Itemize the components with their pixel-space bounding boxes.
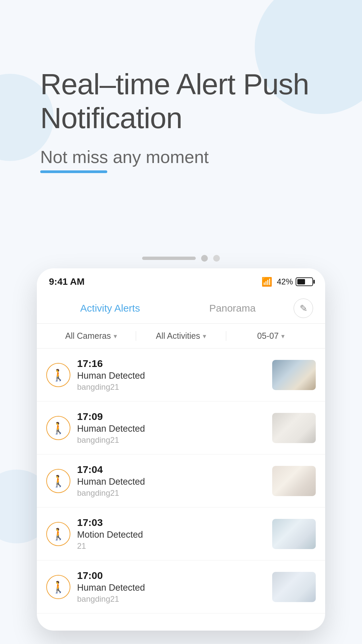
table-row[interactable]: 🚶 17:03 Motion Detected 21 (37, 507, 325, 560)
filter-activities-label: All Activities (156, 331, 200, 341)
battery-info: 42% (277, 277, 313, 286)
chevron-down-icon-3: ▾ (281, 332, 285, 340)
edit-button[interactable]: ✎ (294, 299, 313, 318)
activity-cam-3: bangding21 (77, 488, 265, 498)
activity-info-3: 17:04 Human Detected bangding21 (77, 464, 265, 498)
tab-panorama[interactable]: Panorama (171, 300, 294, 317)
phone-mockup: 9:41 AM 📶 42% Activity Alerts Panorama ✎… (37, 268, 325, 631)
activity-time-4: 17:03 (77, 517, 265, 528)
human-icon-3: 🚶 (46, 469, 70, 493)
header-section: Real–time Alert Push Notification Not mi… (40, 67, 342, 167)
subtitle: Not miss any moment (40, 147, 209, 167)
activity-type-1: Human Detected (77, 371, 265, 381)
battery-fill (297, 279, 305, 284)
activity-cam-4: 21 (77, 541, 265, 551)
activity-cam-5: bangding21 (77, 594, 265, 604)
tab-activity-alerts[interactable]: Activity Alerts (49, 300, 171, 317)
activity-list: 🚶 17:16 Human Detected bangding21 🚶 17:0… (37, 348, 325, 613)
table-row[interactable]: 🚶 17:16 Human Detected bangding21 (37, 348, 325, 401)
activity-thumb-4 (272, 519, 316, 549)
thumb-image-1 (272, 360, 316, 390)
main-title: Real–time Alert Push Notification (40, 67, 342, 135)
activity-time-5: 17:00 (77, 570, 265, 581)
battery-bar (296, 277, 313, 286)
table-row[interactable]: 🚶 17:09 Human Detected bangding21 (37, 401, 325, 454)
activity-info-5: 17:00 Human Detected bangding21 (77, 570, 265, 604)
tabs: Activity Alerts Panorama ✎ (37, 293, 325, 324)
human-icon-5: 🚶 (46, 575, 70, 599)
pagination (142, 255, 220, 262)
status-bar: 9:41 AM 📶 42% (37, 268, 325, 293)
edit-icon: ✎ (300, 303, 307, 314)
activity-time-3: 17:04 (77, 464, 265, 475)
page-bar (142, 257, 196, 260)
human-icon-1: 🚶 (46, 363, 70, 387)
activity-type-2: Human Detected (77, 424, 265, 434)
activity-type-3: Human Detected (77, 477, 265, 487)
status-time: 9:41 AM (49, 276, 84, 287)
activity-cam-2: bangding21 (77, 435, 265, 445)
activity-thumb-1 (272, 360, 316, 390)
page-dot-2 (213, 255, 220, 262)
filter-cameras[interactable]: All Cameras ▾ (46, 331, 136, 341)
filter-cameras-label: All Cameras (65, 331, 111, 341)
battery-percent: 42% (277, 277, 293, 286)
table-row[interactable]: 🚶 17:04 Human Detected bangding21 (37, 454, 325, 507)
chevron-down-icon-2: ▾ (203, 332, 206, 340)
activity-cam-1: bangding21 (77, 382, 265, 392)
activity-thumb-2 (272, 413, 316, 443)
activity-thumb-5 (272, 572, 316, 602)
chevron-down-icon-1: ▾ (114, 332, 117, 340)
status-right: 📶 42% (261, 277, 313, 287)
page-dot-1 (201, 255, 208, 262)
thumb-image-3 (272, 466, 316, 496)
activity-time-1: 17:16 (77, 358, 265, 369)
activity-time-2: 17:09 (77, 411, 265, 422)
activity-type-4: Motion Detected (77, 530, 265, 540)
filter-date[interactable]: 05-07 ▾ (226, 331, 316, 341)
wifi-icon: 📶 (261, 277, 272, 287)
thumb-image-5 (272, 572, 316, 602)
thumb-image-2 (272, 413, 316, 443)
activity-info-1: 17:16 Human Detected bangding21 (77, 358, 265, 392)
activity-info-4: 17:03 Motion Detected 21 (77, 517, 265, 551)
thumb-image-4 (272, 519, 316, 549)
human-icon-2: 🚶 (46, 416, 70, 440)
motion-icon-4: 🚶 (46, 522, 70, 546)
filter-bar: All Cameras ▾ All Activities ▾ 05-07 ▾ (37, 324, 325, 348)
activity-thumb-3 (272, 466, 316, 496)
activity-info-2: 17:09 Human Detected bangding21 (77, 411, 265, 445)
activity-type-5: Human Detected (77, 583, 265, 593)
table-row[interactable]: 🚶 17:00 Human Detected bangding21 (37, 560, 325, 613)
filter-date-label: 05-07 (257, 331, 279, 341)
filter-activities[interactable]: All Activities ▾ (136, 331, 226, 341)
